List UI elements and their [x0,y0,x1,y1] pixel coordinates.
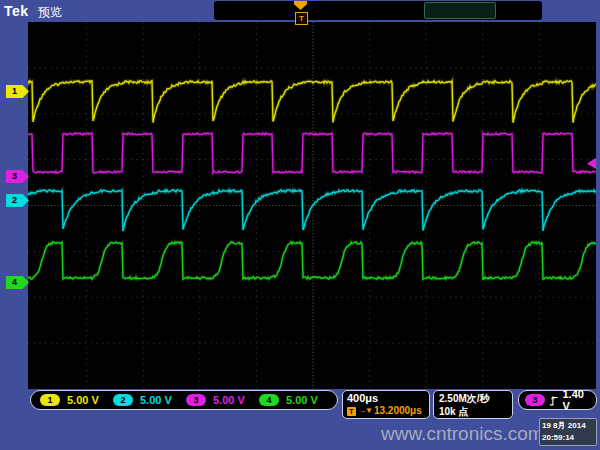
channel-1-scale: 5.00 V [67,394,99,406]
trigger-level-value: 1.40 V [563,388,591,412]
rising-edge-slope-icon [549,394,559,407]
top-readout-box [424,2,496,19]
channel-4-scale: 5.00 V [286,394,318,406]
delay-value: 13.2000μs [374,405,422,417]
channel-marker-2: 2 [6,194,29,207]
channel-scale-readout: 1 5.00 V 2 5.00 V 3 5.00 V 4 5.00 V [30,390,338,410]
watermark: www.cntronics.com [381,423,544,445]
channel-3-scale: 5.00 V [213,394,245,406]
channel-marker-1: 1 [6,85,29,98]
graticule [28,22,596,389]
timebase-scale: 400μs [347,392,425,405]
trigger-readout: 3 1.40 V [518,390,597,410]
channel-3-readout: 3 5.00 V [186,394,255,406]
trigger-delay-readout: T →▼ 13.2000μs [347,405,425,417]
channel-2-readout: 2 5.00 V [113,394,182,406]
record-length: 10k 点 [439,405,507,418]
channel-3-badge: 3 [186,394,206,406]
time-value: 20:59:14 [542,432,594,444]
trigger-t-icon: T [295,12,308,25]
trigger-position-arrow-icon [294,1,307,10]
channel-4-badge: 4 [259,394,279,406]
channel-1-badge: 1 [40,394,60,406]
channel-4-readout: 4 5.00 V [259,394,328,406]
channel-2-badge: 2 [113,394,133,406]
channel-marker-3: 3 [6,170,29,183]
acquisition-readout: 2.50M次/秒 10k 点 [433,390,513,419]
trigger-position-marker: T [294,1,307,25]
acquisition-status-label: 预览 [38,4,62,21]
trigger-source-badge: 3 [525,394,545,406]
timebase-readout: 400μs T →▼ 13.2000μs [342,390,430,419]
sample-rate: 2.50M次/秒 [439,392,507,405]
delay-arrows-icon: →▼ [358,405,372,417]
channel-2-scale: 5.00 V [140,394,172,406]
tek-logo: Tek [4,3,29,19]
delay-t-icon: T [347,407,356,416]
oscilloscope-screen: Tek 预览 T 1 2 3 4 1 5.00 V 2 5.00 V 3 5.0… [0,0,600,450]
date-value: 19 8月 2014 [542,420,594,432]
datetime-box: 19 8月 2014 20:59:14 [539,418,597,446]
channel-marker-4: 4 [6,276,29,289]
waveform-display [28,22,596,389]
channel-1-readout: 1 5.00 V [40,394,109,406]
